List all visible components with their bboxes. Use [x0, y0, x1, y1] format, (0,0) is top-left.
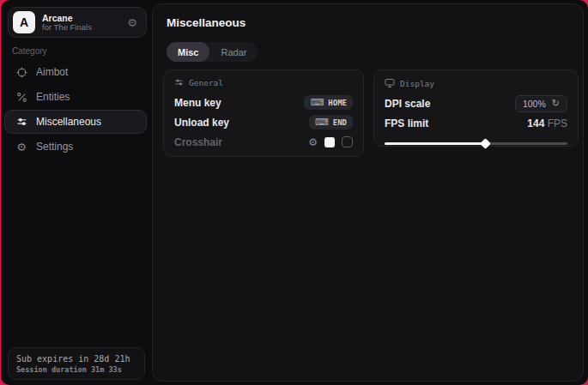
- sidebar-nav: Aimbot Entities Miscellaneous: [4, 60, 147, 159]
- fps-limit-slider[interactable]: [385, 139, 567, 147]
- cycle-icon: ↻: [552, 99, 560, 108]
- keyboard-icon: ⌨: [310, 98, 324, 107]
- sliders-icon: [174, 78, 184, 87]
- dpi-scale-value: 100%: [523, 99, 546, 109]
- tab-misc[interactable]: Misc: [167, 42, 209, 62]
- sidebar-item-settings[interactable]: ⚙ Settings: [4, 135, 147, 159]
- main-panel: Miscellaneous Misc Radar General Menu ke…: [152, 3, 584, 382]
- crosshair-checkbox[interactable]: [342, 136, 353, 147]
- fps-limit-label: FPS limit: [385, 117, 428, 129]
- subscription-card: Sub expires in 28d 21h Session duration …: [8, 347, 145, 380]
- sidebar-item-aimbot[interactable]: Aimbot: [4, 60, 147, 84]
- gear-icon: ⚙: [15, 141, 27, 153]
- fps-slider-fill: [385, 142, 485, 145]
- sidebar-item-label: Aimbot: [36, 66, 68, 78]
- brand-subtitle: for The Finals: [42, 23, 120, 33]
- unload-key-button[interactable]: ⌨ END: [309, 115, 353, 129]
- crosshair-icon: [15, 66, 27, 78]
- dpi-scale-label: DPI scale: [385, 98, 430, 110]
- crosshair-settings-gear-icon[interactable]: ⚙: [308, 137, 318, 147]
- unload-key-value: END: [333, 118, 347, 127]
- category-label: Category: [12, 46, 47, 56]
- display-card: Display DPI scale 100% ↻ FPS limit 144 F…: [373, 69, 579, 147]
- dpi-scale-button[interactable]: 100% ↻: [515, 95, 567, 112]
- sliders-icon: [15, 116, 27, 128]
- sidebar-item-miscellaneous[interactable]: Miscellaneous: [4, 110, 147, 134]
- tab-bar: Misc Radar: [167, 42, 258, 62]
- fps-limit-value: 144: [527, 117, 544, 129]
- brand-card: A Arcane for The Finals ⚙: [8, 7, 147, 38]
- card-title: General: [189, 78, 223, 87]
- crosshair-label: Crosshair: [174, 136, 222, 148]
- menu-key-label: Menu key: [174, 97, 221, 109]
- sub-expiry-text: Sub expires in 28d 21h: [16, 354, 136, 364]
- sidebar-item-label: Entities: [36, 91, 70, 103]
- fps-slider-thumb[interactable]: [480, 138, 491, 149]
- app-window: A Arcane for The Finals ⚙ Category Aimbo…: [1, 0, 588, 385]
- brand-gear-icon[interactable]: ⚙: [127, 16, 137, 29]
- brand-logo: A: [13, 11, 35, 33]
- sidebar: A Arcane for The Finals ⚙ Category Aimbo…: [1, 0, 152, 385]
- session-duration-text: Session duration 31m 33s: [16, 365, 136, 374]
- menu-key-button[interactable]: ⌨ HOME: [304, 95, 353, 110]
- sidebar-item-label: Miscellaneous: [36, 116, 101, 128]
- crosshair-row: Crosshair ⚙: [174, 132, 353, 152]
- entities-icon: [15, 91, 27, 103]
- keyboard-icon: ⌨: [315, 117, 329, 127]
- page-title: Miscellaneous: [167, 16, 246, 29]
- sidebar-item-label: Settings: [36, 141, 73, 153]
- general-card: General Menu key ⌨ HOME Unload key ⌨ END…: [163, 69, 364, 157]
- crosshair-color-swatch[interactable]: [324, 137, 335, 147]
- brand-title: Arcane: [42, 13, 120, 23]
- monitor-icon: [385, 78, 395, 88]
- dpi-scale-row: DPI scale 100% ↻: [385, 93, 567, 113]
- tab-radar[interactable]: Radar: [209, 42, 258, 62]
- fps-limit-row: FPS limit 144 FPS: [385, 113, 567, 133]
- unload-key-row: Unload key ⌨ END: [174, 112, 353, 132]
- card-title: Display: [400, 79, 434, 88]
- menu-key-row: Menu key ⌨ HOME: [174, 93, 353, 112]
- menu-key-value: HOME: [328, 99, 347, 107]
- sidebar-item-entities[interactable]: Entities: [4, 85, 147, 109]
- fps-limit-unit: FPS: [548, 117, 567, 129]
- unload-key-label: Unload key: [174, 117, 229, 129]
